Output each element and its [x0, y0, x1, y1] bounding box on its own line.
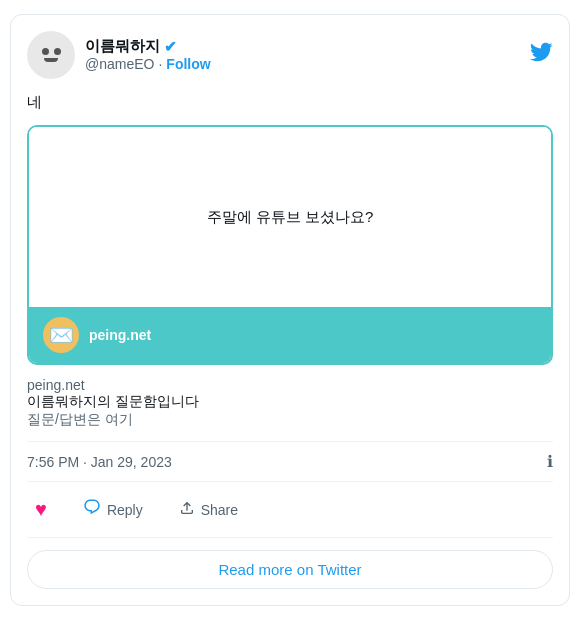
share-icon: [179, 500, 195, 520]
avatar-content: [27, 31, 75, 79]
peing-link-info: peing.net 이름뭐하지의 질문함입니다 질문/답변은 여기: [27, 377, 553, 429]
peing-content-area: 주말에 유튜브 보셨나요?: [29, 127, 551, 307]
avatar-dot-right: [54, 48, 61, 55]
avatar: [27, 31, 75, 79]
user-info: 이름뭐하지 ✔ @nameEO · Follow: [85, 37, 211, 72]
username-follow: @nameEO · Follow: [85, 56, 211, 72]
follow-button[interactable]: Follow: [166, 56, 210, 72]
heart-button[interactable]: ♥: [27, 494, 55, 525]
twitter-logo-icon: [529, 40, 553, 70]
avatar-mouth: [44, 58, 58, 62]
tweet-text: 네: [27, 91, 553, 114]
tweet-actions: ♥ Reply Share: [27, 494, 553, 538]
link-domain: peing.net: [27, 377, 553, 393]
tweet-meta: 7:56 PM · Jan 29, 2023 ℹ: [27, 441, 553, 482]
username: @nameEO: [85, 56, 154, 72]
tweet-header: 이름뭐하지 ✔ @nameEO · Follow: [27, 31, 553, 79]
display-name: 이름뭐하지 ✔: [85, 37, 211, 56]
separator: ·: [158, 56, 162, 72]
display-name-text: 이름뭐하지: [85, 37, 160, 56]
peing-embed-card[interactable]: 주말에 유튜브 보셨나요? ✉️ peing.net: [27, 125, 553, 365]
peing-icon: ✉️: [43, 317, 79, 353]
tweet-header-left: 이름뭐하지 ✔ @nameEO · Follow: [27, 31, 211, 79]
info-icon[interactable]: ℹ: [547, 452, 553, 471]
peing-domain: peing.net: [89, 327, 151, 343]
heart-icon: ♥: [35, 498, 47, 521]
reply-button[interactable]: Reply: [75, 494, 151, 525]
link-subtitle: 질문/답변은 여기: [27, 411, 553, 429]
reply-icon: [83, 498, 101, 521]
link-title: 이름뭐하지의 질문함입니다: [27, 393, 553, 411]
tweet-card: 이름뭐하지 ✔ @nameEO · Follow 네 주말에 유튜브 보셨나요?…: [10, 14, 570, 607]
share-label: Share: [201, 502, 238, 518]
reply-label: Reply: [107, 502, 143, 518]
share-button[interactable]: Share: [171, 496, 246, 524]
tweet-time: 7:56 PM · Jan 29, 2023: [27, 454, 172, 470]
avatar-dot-left: [42, 48, 49, 55]
read-more-button[interactable]: Read more on Twitter: [27, 550, 553, 589]
peing-question: 주말에 유튜브 보셨나요?: [207, 208, 374, 227]
verified-icon: ✔: [164, 38, 177, 56]
peing-footer: ✉️ peing.net: [29, 307, 551, 363]
